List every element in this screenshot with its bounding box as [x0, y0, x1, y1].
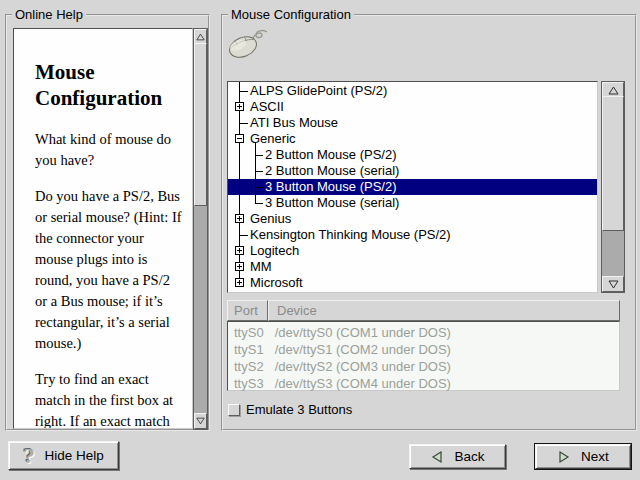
tree-item-microsoft[interactable]: Microsoft — [228, 275, 597, 291]
triangle-down-icon — [196, 417, 205, 425]
hide-help-button[interactable]: ? Hide Help — [8, 441, 119, 470]
table-row: ttyS3 /dev/ttyS3 (COM4 under DOS) — [228, 375, 619, 392]
next-button-label: Next — [581, 449, 609, 464]
tree-item-genius[interactable]: Genius — [228, 211, 597, 227]
help-paragraph: Do you have a PS/2, Bus or serial mouse?… — [35, 186, 184, 354]
arrow-left-icon — [430, 450, 444, 464]
device-cell: /dev/ttyS3 (COM4 under DOS) — [275, 376, 451, 391]
mouse-configuration-frame-title: Mouse Configuration — [228, 7, 354, 22]
online-help-frame-title: Online Help — [12, 7, 86, 22]
next-button[interactable]: Next — [535, 444, 631, 469]
help-heading: Mouse Configuration — [35, 59, 184, 111]
scroll-down-arrow-icon[interactable] — [602, 276, 624, 292]
help-scrollbar[interactable] — [193, 28, 208, 430]
tree-item-label: 2 Button Mouse (serial) — [265, 163, 399, 178]
expand-plus-icon[interactable] — [235, 278, 244, 287]
tree-item-alps-glidepoint[interactable]: ALPS GlidePoint (PS/2) — [228, 83, 597, 99]
port-table-header: Port Device — [227, 300, 620, 321]
scroll-down-arrow-icon[interactable] — [194, 413, 207, 429]
tree-item-label: MM — [250, 259, 272, 274]
tree-item-label: ALPS GlidePoint (PS/2) — [250, 83, 387, 98]
arrow-right-icon — [557, 450, 571, 464]
device-cell: /dev/ttyS2 (COM3 under DOS) — [275, 359, 451, 374]
tree-item-kensington[interactable]: Kensington Thinking Mouse (PS/2) — [228, 227, 597, 243]
port-table-body: ttyS0 /dev/ttyS0 (COM1 under DOS) ttyS1 … — [227, 321, 620, 391]
tree-item-ati-bus-mouse[interactable]: ATI Bus Mouse — [228, 115, 597, 131]
triangle-up-icon — [608, 86, 619, 95]
question-mark-icon: ? — [23, 447, 34, 465]
tree-item-3-button-ps2-selected[interactable]: 3 Button Mouse (PS/2) — [228, 179, 597, 195]
table-row: ttyS2 /dev/ttyS2 (COM3 under DOS) — [228, 358, 619, 375]
device-cell: /dev/ttyS1 (COM2 under DOS) — [275, 342, 451, 357]
tree-item-label: Generic — [250, 131, 296, 146]
port-cell: ttyS2 — [234, 358, 271, 375]
tree-item-label: ASCII — [250, 99, 284, 114]
tree-item-2-button-ps2[interactable]: 2 Button Mouse (PS/2) — [228, 147, 597, 163]
tree-item-label: 3 Button Mouse (serial) — [265, 195, 399, 210]
mouse-icon — [226, 25, 268, 61]
tree-item-ascii[interactable]: ASCII — [228, 99, 597, 115]
expand-plus-icon[interactable] — [235, 262, 244, 271]
help-scrollbar-thumb[interactable] — [194, 43, 207, 206]
port-column-header: Port — [227, 300, 268, 321]
tree-scrollbar-thumb[interactable] — [602, 96, 624, 231]
tree-item-3-button-serial[interactable]: 3 Button Mouse (serial) — [228, 195, 597, 211]
help-paragraph: What kind of mouse do you have? — [35, 129, 184, 171]
help-text-panel: Mouse Configuration What kind of mouse d… — [13, 28, 193, 429]
port-cell: ttyS1 — [234, 341, 271, 358]
expand-plus-icon[interactable] — [235, 214, 244, 223]
collapse-minus-icon[interactable] — [235, 134, 244, 143]
tree-item-label: Kensington Thinking Mouse (PS/2) — [250, 227, 451, 242]
mouse-model-tree: ALPS GlidePoint (PS/2) ASCII ATI Bus Mou… — [227, 81, 598, 293]
tree-scrollbar[interactable] — [601, 81, 625, 293]
port-cell: ttyS3 — [234, 375, 271, 392]
port-cell: ttyS0 — [234, 324, 271, 341]
tree-item-label: Logitech — [250, 243, 299, 258]
triangle-down-icon — [608, 280, 619, 289]
tree-item-label: Genius — [250, 211, 291, 226]
table-row: ttyS1 /dev/ttyS1 (COM2 under DOS) — [228, 341, 619, 358]
triangle-up-icon — [196, 33, 205, 41]
expand-plus-icon[interactable] — [235, 102, 244, 111]
expand-plus-icon[interactable] — [235, 246, 244, 255]
tree-item-label: 2 Button Mouse (PS/2) — [265, 147, 397, 162]
back-button-label: Back — [454, 449, 484, 464]
tree-item-label: Microsoft — [250, 275, 303, 290]
tree-item-mm[interactable]: MM — [228, 259, 597, 275]
help-paragraph: Try to find an exact match in the first … — [35, 369, 184, 429]
tree-item-2-button-serial[interactable]: 2 Button Mouse (serial) — [228, 163, 597, 179]
hide-help-button-label: Hide Help — [44, 448, 103, 463]
back-button[interactable]: Back — [409, 444, 506, 469]
device-cell: /dev/ttyS0 (COM1 under DOS) — [275, 325, 451, 340]
emulate-3-buttons-checkbox[interactable] — [228, 404, 240, 416]
tree-branch-line — [255, 143, 256, 203]
emulate-3-buttons-label: Emulate 3 Buttons — [246, 402, 352, 418]
tree-item-label: ATI Bus Mouse — [250, 115, 338, 130]
device-column-header: Device — [268, 300, 620, 321]
tree-item-logitech[interactable]: Logitech — [228, 243, 597, 259]
table-row: ttyS0 /dev/ttyS0 (COM1 under DOS) — [228, 324, 619, 341]
tree-item-generic[interactable]: Generic — [228, 131, 597, 147]
tree-item-label: 3 Button Mouse (PS/2) — [265, 179, 397, 194]
